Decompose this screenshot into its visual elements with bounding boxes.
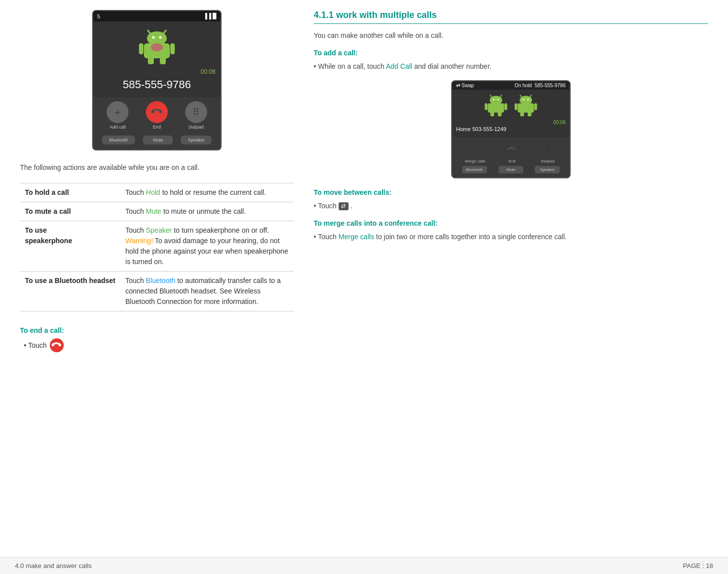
right-dialpad-icon[interactable]: ⠿ [539,140,557,158]
end-call-heading: To end a call: [20,326,294,334]
swap-label: ⇄ Swap [456,83,474,88]
svg-point-4 [159,36,162,39]
dialpad-label: Dialpad [188,125,204,130]
table-row: To usespeakerphone Touch Speaker to turn… [20,221,294,272]
svg-rect-26 [518,103,534,113]
swap-icon-inline [339,202,349,210]
right-dialpad-label: Dialpad [541,159,555,163]
intro-text: You can make another call while on a cal… [314,30,708,41]
add-a-call-heading: To add a call: [314,49,708,57]
add-a-call-text: • While on a call, touch Add Call and di… [314,61,708,72]
end-call-button-icon[interactable] [50,338,64,352]
mute-highlight: Mute [146,207,161,215]
action-description: Touch Bluetooth to automatically transfe… [121,272,294,311]
svg-rect-18 [504,103,507,110]
page-container: 5 ▐▐ ▉ [0,0,728,574]
add-call-highlight: Add Call [386,62,412,70]
svg-rect-7 [170,43,175,54]
action-label: To use a Bluetooth headset [20,272,121,311]
svg-rect-6 [139,43,143,54]
phone-dialpad-btn[interactable]: ⠿ Dialpad [185,101,207,130]
merge-icon[interactable]: ↑↑ [466,140,484,158]
merge-calls-heading: To merge calls into a conference call: [314,219,708,227]
multi-call-screen: 00:06 Home 503-555-1249 ↑↑ Merge calls 📞… [452,90,570,177]
section-title: 4.1.1 work with multiple calls [314,10,708,24]
action-description: Touch Hold to hold or resume the current… [121,183,294,202]
action-label: To usespeakerphone [20,221,121,272]
speaker-highlight: Speaker [146,226,172,234]
action-label: To hold a call [20,183,121,202]
right-dialpad-btn[interactable]: ⠿ Dialpad [539,140,557,163]
phone-number-left: 585-555-9786 [93,75,221,97]
svg-point-3 [152,36,155,39]
move-between-calls-heading: To move between calls: [314,188,708,196]
footer-right: PAGE : 18 [683,562,713,570]
right-end-icon[interactable]: 📞 [499,136,525,161]
table-row: To mute a call Touch Mute to mute or unm… [20,202,294,221]
right-end-btn[interactable]: 📞 End [503,140,521,163]
actions-table: To hold a call Touch Hold to hold or res… [20,183,294,311]
svg-rect-20 [498,111,502,116]
phone-status-bar: 5 ▐▐ ▉ [93,11,221,21]
multi-status-bar: ⇄ Swap On hold 585-555-9786 [452,81,570,90]
action-description: Touch Speaker to turn speakerphone on or… [121,221,294,272]
active-number: Home 503-555-1249 [452,125,570,135]
svg-point-24 [523,99,524,100]
phone-mockup-left: 5 ▐▐ ▉ [92,10,222,150]
merge-calls-highlight: Merge calls [339,233,374,241]
end-call-bullet: • Touch [24,338,294,352]
dialpad-icon[interactable]: ⠿ [185,101,207,123]
svg-rect-8 [148,56,154,64]
phone-add-call-btn[interactable]: ＋ Add call [107,101,128,130]
phone-buttons-row1: ＋ Add call 📞 End ⠿ Dialpad [93,97,221,134]
phone-mockup-right: ⇄ Swap On hold 585-555-9786 [451,80,571,178]
action-label: To mute a call [20,202,121,221]
speaker-btn[interactable]: Speaker [181,136,212,144]
right-phone-buttons-row2: Bluetooth Mute Speaker [452,164,570,177]
svg-rect-16 [488,103,504,113]
description-text: The following actions are available whil… [20,162,294,173]
bullet-dot: • Touch [24,341,47,349]
add-call-label: Add call [110,125,125,130]
on-hold-label: On hold 585-555-9786 [514,83,566,88]
svg-point-15 [497,99,499,100]
svg-rect-27 [515,103,518,110]
bluetooth-btn[interactable]: Bluetooth [102,136,135,144]
merge-calls-text: • Touch Merge calls to join two or more … [314,231,708,242]
svg-rect-19 [490,111,494,116]
right-mute-btn[interactable]: Mute [498,166,523,173]
mute-btn[interactable]: Mute [143,136,173,144]
phone-timer: 00:06 [93,68,221,75]
svg-rect-9 [160,56,166,64]
svg-point-23 [520,96,532,105]
phone-buttons-row2: Bluetooth Mute Speaker [93,134,221,149]
action-description: Touch Mute to mute or unmute the call. [121,202,294,221]
table-row: To use a Bluetooth headset Touch Bluetoo… [20,272,294,311]
page-footer: 4.0 make and answer calls PAGE : 18 [0,557,728,574]
android-logos-dual [452,93,570,118]
phone-call-area: 00:06 585-555-9786 [93,21,221,97]
phone-end-btn[interactable]: 📞 End [146,101,168,130]
add-call-icon[interactable]: ＋ [107,101,128,123]
hold-highlight: Hold [146,188,160,196]
active-call-area: 00:06 Home 503-555-1249 [452,90,570,137]
svg-point-25 [527,99,529,100]
right-bluetooth-btn[interactable]: Bluetooth [462,166,487,173]
end-label: End [153,125,161,130]
bluetooth-highlight: Bluetooth [146,277,175,285]
end-call-icon[interactable]: 📞 [141,97,172,128]
merge-label: Merge calls [465,159,485,163]
svg-point-10 [151,43,163,51]
android-logo-dual-1 [484,93,508,118]
merge-calls-btn[interactable]: ↑↑ Merge calls [465,140,485,163]
right-speaker-btn[interactable]: Speaker [535,166,560,173]
android-logo-left [137,26,177,66]
svg-rect-28 [534,103,537,110]
move-between-calls-text: • Touch . [314,200,708,211]
right-column: 4.1.1 work with multiple calls You can m… [309,10,708,554]
svg-rect-30 [528,111,532,116]
warning-label: Warning! [125,237,153,245]
left-column: 5 ▐▐ ▉ [20,10,309,554]
svg-rect-29 [520,111,524,116]
active-timer: 00:06 [452,120,570,125]
